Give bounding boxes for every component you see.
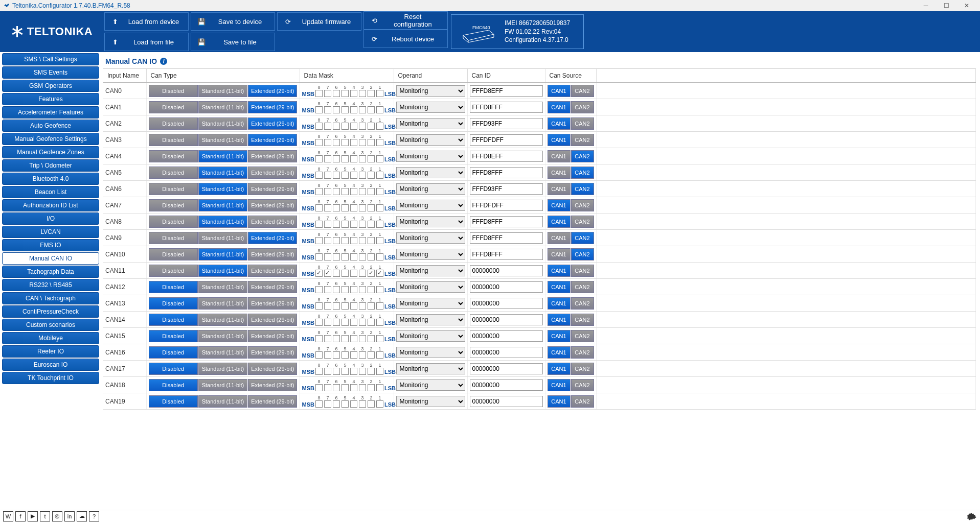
can-type-std-button[interactable]: Standard (11-bit): [198, 297, 247, 310]
sidebar-item-auto-geofence[interactable]: Auto Geofence: [2, 120, 99, 132]
can-id-input[interactable]: [470, 134, 543, 146]
can-type-std-button[interactable]: Standard (11-bit): [198, 199, 247, 211]
can-source-can1-button[interactable]: CAN1: [548, 297, 571, 310]
bit-checkbox-5[interactable]: [341, 400, 349, 408]
bit-checkbox-3[interactable]: [359, 368, 366, 375]
bit-checkbox-3[interactable]: [359, 335, 366, 342]
bit-checkbox-1[interactable]: [376, 155, 383, 162]
bit-checkbox-1[interactable]: [376, 270, 383, 277]
can-source-can2-button[interactable]: CAN2: [571, 297, 594, 310]
bit-checkbox-1[interactable]: [376, 368, 383, 375]
bit-checkbox-7[interactable]: [324, 384, 331, 391]
can-source-can1-button[interactable]: CAN1: [548, 167, 571, 179]
sidebar-item-manual-can-io[interactable]: Manual CAN IO: [2, 252, 99, 265]
sidebar-item-reefer-io[interactable]: Reefer IO: [2, 345, 99, 358]
bit-checkbox-6[interactable]: [333, 368, 340, 375]
bit-checkbox-3[interactable]: [359, 302, 366, 310]
bit-checkbox-5[interactable]: [341, 188, 349, 195]
can-source-can1-button[interactable]: CAN1: [548, 379, 571, 391]
bit-checkbox-2[interactable]: [368, 221, 375, 228]
can-source-can2-button[interactable]: CAN2: [571, 232, 594, 244]
operand-select[interactable]: Monitoring: [396, 379, 465, 391]
sidebar-item-bluetooth-4-0[interactable]: Bluetooth 4.0: [2, 173, 99, 185]
can-source-can1-button[interactable]: CAN1: [548, 232, 571, 244]
sidebar-item-trip-odometer[interactable]: Trip \ Odometer: [2, 159, 99, 172]
bit-checkbox-3[interactable]: [359, 155, 366, 162]
can-type-disabled-button[interactable]: Disabled: [149, 395, 198, 408]
bit-checkbox-8[interactable]: [315, 335, 323, 342]
bit-checkbox-3[interactable]: [359, 106, 366, 113]
bit-checkbox-6[interactable]: [333, 319, 340, 326]
can-id-input[interactable]: [470, 363, 543, 374]
bit-checkbox-7[interactable]: [324, 188, 331, 195]
can-id-input[interactable]: [470, 281, 543, 293]
bit-checkbox-7[interactable]: [324, 172, 331, 179]
can-type-std-button[interactable]: Standard (11-bit): [198, 395, 247, 408]
can-type-disabled-button[interactable]: Disabled: [149, 117, 198, 130]
can-type-std-button[interactable]: Standard (11-bit): [198, 85, 247, 97]
can-source-can2-button[interactable]: CAN2: [571, 216, 594, 228]
support-icon[interactable]: ☁: [77, 511, 87, 521]
operand-select[interactable]: Monitoring: [396, 85, 465, 97]
can-type-ext-button[interactable]: Extended (29-bit): [248, 150, 297, 162]
bit-checkbox-4[interactable]: [350, 123, 357, 130]
can-type-ext-button[interactable]: Extended (29-bit): [248, 379, 297, 391]
bit-checkbox-6[interactable]: [333, 106, 340, 113]
can-source-can1-button[interactable]: CAN1: [548, 265, 571, 277]
sidebar-item-mobileye[interactable]: Mobileye: [2, 332, 99, 344]
can-type-disabled-button[interactable]: Disabled: [149, 346, 198, 359]
bit-checkbox-8[interactable]: [315, 123, 323, 130]
bit-checkbox-4[interactable]: [350, 253, 357, 260]
can-source-can1-button[interactable]: CAN1: [548, 150, 571, 162]
bit-checkbox-8[interactable]: [315, 286, 323, 293]
bit-checkbox-4[interactable]: [350, 237, 357, 244]
can-id-input[interactable]: [470, 216, 543, 227]
bit-checkbox-4[interactable]: [350, 400, 357, 408]
bit-checkbox-5[interactable]: [341, 286, 349, 293]
can-id-input[interactable]: [470, 396, 543, 407]
sidebar-item-gsm-operators[interactable]: GSM Operators: [2, 80, 99, 92]
can-source-can1-button[interactable]: CAN1: [548, 199, 571, 211]
sidebar-item-rs232-rs485[interactable]: RS232 \ RS485: [2, 279, 99, 291]
operand-select[interactable]: Monitoring: [396, 102, 465, 113]
bit-checkbox-4[interactable]: [350, 139, 357, 146]
bit-checkbox-8[interactable]: [315, 319, 323, 326]
can-type-disabled-button[interactable]: Disabled: [149, 265, 198, 277]
can-source-can1-button[interactable]: CAN1: [548, 101, 571, 113]
operand-select[interactable]: Monitoring: [396, 183, 465, 195]
can-source-can1-button[interactable]: CAN1: [548, 330, 571, 342]
operand-select[interactable]: Monitoring: [396, 200, 465, 211]
bit-checkbox-8[interactable]: [315, 172, 323, 179]
bit-checkbox-6[interactable]: [333, 139, 340, 146]
bit-checkbox-7[interactable]: [324, 319, 331, 326]
can-type-std-button[interactable]: Standard (11-bit): [198, 183, 247, 195]
bit-checkbox-8[interactable]: [315, 302, 323, 310]
can-type-std-button[interactable]: Standard (11-bit): [198, 134, 247, 146]
can-id-input[interactable]: [470, 151, 543, 162]
can-id-input[interactable]: [470, 298, 543, 309]
can-source-can1-button[interactable]: CAN1: [548, 134, 571, 146]
can-type-disabled-button[interactable]: Disabled: [149, 248, 198, 260]
bit-checkbox-1[interactable]: [376, 253, 383, 260]
bit-checkbox-6[interactable]: [333, 400, 340, 408]
bit-checkbox-2[interactable]: [368, 106, 375, 113]
bit-checkbox-1[interactable]: [376, 106, 383, 113]
can-source-can1-button[interactable]: CAN1: [548, 281, 571, 293]
bit-checkbox-2[interactable]: [368, 204, 375, 211]
bit-checkbox-3[interactable]: [359, 351, 366, 359]
bit-checkbox-3[interactable]: [359, 253, 366, 260]
can-type-ext-button[interactable]: Extended (29-bit): [248, 281, 297, 293]
bit-checkbox-2[interactable]: [368, 335, 375, 342]
bit-checkbox-8[interactable]: [315, 351, 323, 359]
can-type-std-button[interactable]: Standard (11-bit): [198, 281, 247, 293]
bit-checkbox-3[interactable]: [359, 384, 366, 391]
wiki-icon[interactable]: W: [3, 511, 13, 521]
can-source-can2-button[interactable]: CAN2: [571, 248, 594, 260]
bit-checkbox-5[interactable]: [341, 123, 349, 130]
can-id-input[interactable]: [470, 330, 543, 342]
bit-checkbox-7[interactable]: [324, 204, 331, 211]
load-from-device-button[interactable]: ⬆Load from device: [104, 12, 189, 31]
can-source-can2-button[interactable]: CAN2: [571, 363, 594, 375]
can-source-can1-button[interactable]: CAN1: [548, 314, 571, 326]
can-type-ext-button[interactable]: Extended (29-bit): [248, 314, 297, 326]
